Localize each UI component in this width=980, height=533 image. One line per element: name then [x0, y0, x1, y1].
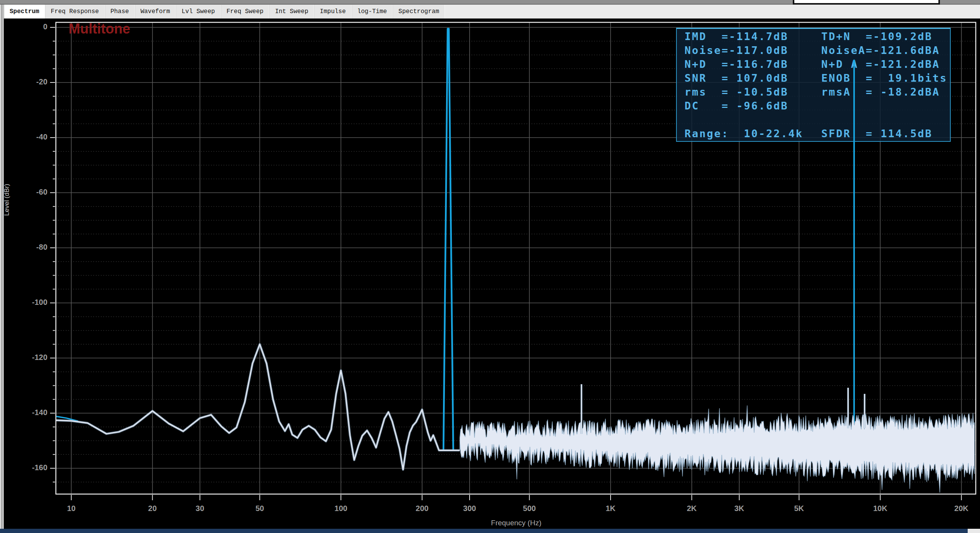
y-tick-label: -140	[5, 408, 47, 417]
left-scroll-groove	[2, 5, 2, 529]
stats-row: Noise=-117.0dBNoiseA=-121.6dBA	[685, 44, 950, 57]
tab-lvl-sweep[interactable]: Lvl Sweep	[176, 5, 220, 18]
stats-value-right	[821, 99, 950, 113]
left-scroll-strip[interactable]	[0, 5, 4, 529]
stats-value-right: ENOB = 19.1bits	[821, 71, 950, 85]
tab-phase[interactable]: Phase	[105, 5, 135, 18]
x-tick-label: 300	[463, 504, 476, 513]
stats-row: IMD =-114.7dBTD+N =-109.2dB	[685, 30, 950, 44]
measurement-stats-box: IMD =-114.7dBTD+N =-109.2dBNoise=-117.0d…	[676, 28, 951, 142]
tab-int-sweep[interactable]: Int Sweep	[269, 5, 314, 18]
y-tick-label: -20	[5, 77, 47, 86]
stats-value-left	[685, 113, 821, 127]
x-tick-label: 30	[196, 504, 204, 513]
stats-value-left: SNR = 107.0dB	[685, 71, 821, 85]
y-tick-label: -120	[5, 353, 47, 362]
stats-row: SNR = 107.0dBENOB = 19.1bits	[685, 71, 950, 85]
x-tick-label: 200	[416, 504, 428, 513]
stats-value-right: NoiseA=-121.6dBA	[821, 44, 950, 57]
y-tick-label: -40	[5, 133, 47, 141]
tab-freq-sweep[interactable]: Freq Sweep	[221, 5, 269, 18]
tab-spectrum[interactable]: Spectrum	[4, 5, 45, 18]
x-tick-label: 10	[67, 504, 76, 513]
tab-log-time[interactable]: log-Time	[352, 5, 393, 18]
stats-value-left: rms = -10.5dB	[685, 85, 821, 99]
view-tab-bar: SpectrumFreq ResponsePhaseWaveformLvl Sw…	[4, 5, 980, 18]
x-axis-title: Frequency (Hz)	[491, 519, 542, 527]
x-tick-label: 50	[255, 504, 264, 513]
stats-value-left: IMD =-114.7dB	[685, 30, 821, 44]
x-tick-label: 3K	[734, 504, 744, 513]
stats-value-right: rmsA = -18.2dBA	[821, 85, 950, 99]
y-tick-label: -160	[5, 463, 47, 472]
x-tick-label: 5K	[794, 504, 804, 513]
tab-spectrogram[interactable]: Spectrogram	[393, 5, 445, 18]
stats-row: N+D =-116.7dBN+D A =-121.2dBA	[685, 57, 950, 71]
y-tick-label: -100	[5, 298, 47, 307]
y-tick-label: -60	[5, 188, 47, 197]
plot-title: Multitone	[69, 21, 130, 37]
stats-row	[685, 113, 950, 127]
x-tick-label: 100	[334, 504, 347, 513]
x-tick-label: 2K	[687, 504, 697, 513]
y-tick-label: -80	[5, 243, 47, 252]
stats-value-left: DC = -96.6dB	[685, 99, 821, 113]
stats-value-left: N+D =-116.7dB	[685, 57, 821, 71]
stats-value-left: Range: 10-22.4k	[685, 127, 821, 141]
stats-value-left: Noise=-117.0dB	[685, 44, 821, 57]
app-window: { "window": { "top_right_box": "window-f…	[0, 0, 980, 533]
spectrum-plot[interactable]: IMD =-114.7dBTD+N =-109.2dBNoise=-117.0d…	[4, 18, 980, 533]
stats-value-right: TD+N =-109.2dB	[821, 30, 950, 44]
stats-row: Range: 10-22.4kSFDR = 114.5dB	[685, 127, 950, 141]
stats-row: DC = -96.6dB	[685, 99, 950, 113]
x-tick-label: 20	[148, 504, 157, 513]
window-fragment-box	[793, 0, 940, 5]
stats-value-right: SFDR = 114.5dB	[821, 127, 950, 141]
stats-row: rms = -10.5dBrmsA = -18.2dBA	[685, 85, 950, 99]
stats-value-right	[821, 113, 950, 127]
x-tick-label: 20K	[954, 504, 968, 513]
tab-freq-response[interactable]: Freq Response	[45, 5, 105, 18]
y-tick-label: 0	[5, 22, 47, 31]
stats-value-right: N+D A =-121.2dBA	[821, 57, 950, 71]
x-tick-label: 1K	[606, 504, 616, 513]
tab-impulse[interactable]: Impulse	[314, 5, 351, 18]
tab-waveform[interactable]: Waveform	[135, 5, 176, 18]
x-tick-label: 500	[523, 504, 536, 513]
x-tick-label: 10K	[873, 504, 888, 513]
